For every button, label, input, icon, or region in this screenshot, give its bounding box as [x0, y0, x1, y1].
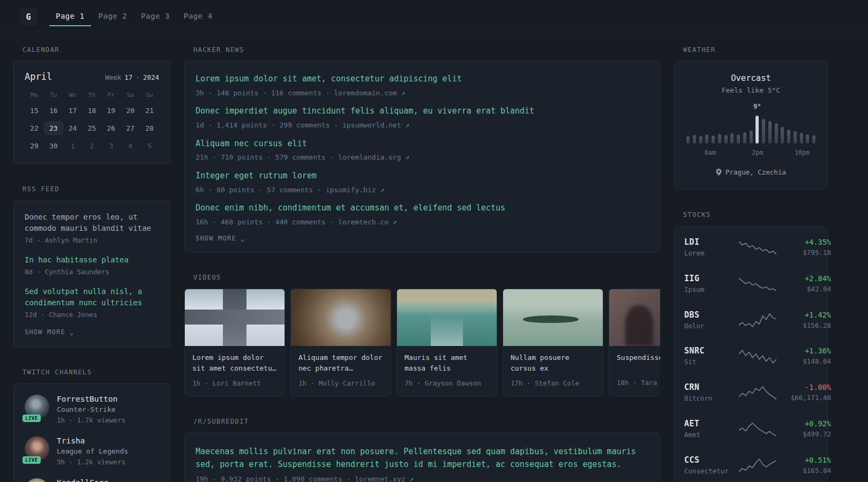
page-tab[interactable]: Page 3: [134, 7, 176, 26]
twitch-channel[interactable]: KendallCarr: [25, 478, 159, 482]
stock-name: Amet: [684, 430, 734, 440]
hackernews-item-meta: 3h · 148 points · 116 comments · loremdo…: [196, 88, 649, 99]
video-card[interactable]: Suspendisse diam 18h · Tara: [609, 289, 660, 396]
app-logo: G: [19, 8, 38, 26]
stock-row[interactable]: CRN Bitcorn -1.00% $66,171.48: [684, 375, 818, 411]
weather-bar: [775, 123, 778, 144]
video-body: Aliquam tempor dolor nec pharetra… 1h · …: [291, 346, 391, 396]
day-of-week-label: Tu: [44, 92, 63, 99]
dashboard: CALENDAR April Week 17 · 2024 MoTuWeThFr…: [0, 34, 868, 482]
subreddit-item-title[interactable]: Maecenas mollis pulvinar erat non posuer…: [196, 445, 649, 471]
page-tab[interactable]: Page 2: [92, 7, 134, 26]
hackernews-item-title[interactable]: Donec imperdiet augue tincidunt felis al…: [196, 106, 649, 117]
calendar-day: 1: [63, 139, 83, 153]
stock-price: $795.18: [782, 248, 831, 258]
hackernews-section-title: HACKER NEWS: [193, 46, 660, 54]
stock-row[interactable]: LDI Lorem +4.35% $795.18: [684, 230, 818, 266]
weather-bars: [685, 114, 817, 144]
twitch-card: LIVE ForrestButton Counter-Strike 1h · 1…: [13, 383, 170, 482]
domain-link[interactable]: loremtech.co ↗: [338, 218, 397, 226]
video-thumbnail: [503, 289, 603, 346]
stock-sparkline: [739, 313, 776, 328]
video-title: Suspendisse diam: [617, 352, 660, 374]
domain-text: loremtech.co: [338, 218, 388, 226]
hackernews-item-title[interactable]: Lorem ipsum dolor sit amet, consectetur …: [196, 73, 649, 85]
rss-show-more-button[interactable]: SHOW MORE ⌄: [25, 328, 74, 336]
twitch-channel[interactable]: LIVE Trisha League of Legends 3h · 1.2k …: [25, 436, 159, 468]
hackernews-widget: HACKER NEWS Lorem ipsum dolor sit amet, …: [184, 46, 660, 252]
calendar-day: 2: [83, 139, 102, 153]
hackernews-item-title[interactable]: Integer eget rutrum lorem: [196, 170, 649, 182]
video-body: Lorem ipsum dolor sit amet consectetu… 1…: [185, 346, 285, 396]
weather-bar: [712, 135, 715, 144]
twitch-channel[interactable]: LIVE ForrestButton Counter-Strike 1h · 1…: [25, 395, 159, 426]
stock-change: +1.42%: [782, 311, 831, 319]
calendar-day: 30: [44, 139, 63, 153]
videos-row: Lorem ipsum dolor sit amet consectetu… 1…: [184, 289, 660, 396]
stock-symbol: LDI: [684, 237, 734, 247]
rss-item-title[interactable]: In hac habitasse platea: [25, 254, 159, 266]
stock-name: Lorem: [684, 248, 734, 259]
chevron-down-icon: ⌄: [241, 235, 245, 242]
video-card[interactable]: Mauris sit amet massa felis 7h · Grayson…: [396, 289, 497, 396]
video-thumbnail: [291, 289, 391, 346]
day-of-week-label: Sa: [121, 92, 140, 99]
weather-time-label: 2pm: [752, 149, 763, 156]
page-tab[interactable]: Page 1: [49, 7, 91, 26]
weather-time-label: 10pm: [795, 149, 810, 156]
video-body: Mauris sit amet massa felis 7h · Grayson…: [397, 346, 497, 396]
video-card[interactable]: Lorem ipsum dolor sit amet consectetu… 1…: [184, 289, 285, 396]
calendar-day: 23: [44, 122, 63, 135]
weather-condition: Overcast: [685, 73, 817, 83]
calendar-day: 27: [121, 122, 140, 135]
domain-link[interactable]: ipsumify.biz ↗: [326, 186, 385, 194]
live-badge: LIVE: [23, 415, 41, 422]
stock-change: -1.00%: [782, 383, 831, 391]
channel-avatar: LIVE: [25, 436, 49, 461]
stock-id: CRN Bitcorn: [684, 382, 734, 404]
domain-link[interactable]: loremdomain.com ↗: [334, 89, 405, 97]
external-link-icon: ↗: [405, 121, 409, 129]
weather-bar: [787, 130, 790, 144]
stock-sparkline: [739, 277, 776, 292]
rss-section-title: RSS FEED: [23, 185, 170, 193]
video-card[interactable]: Aliquam tempor dolor nec pharetra… 1h · …: [290, 289, 391, 396]
hackernews-item-title[interactable]: Donec enim nibh, condimentum et accumsan…: [196, 202, 649, 214]
hackernews-item-title[interactable]: Aliquam nec cursus elit: [196, 138, 649, 150]
rss-item-title[interactable]: Sed volutpat nulla nisl, a condimentum n…: [25, 286, 159, 308]
channel-name: ForrestButton: [57, 395, 125, 403]
stock-row[interactable]: DBS Dolor +1.42% $156.28: [684, 303, 818, 339]
stock-values: -1.00% $66,171.48: [782, 383, 831, 403]
domain-link[interactable]: ipsumworld.net ↗: [342, 121, 409, 129]
calendar-day: 16: [44, 104, 63, 117]
stock-row[interactable]: CCS Consectetur +0.51% $165.84: [684, 448, 818, 482]
weather-bar: [800, 133, 803, 144]
location-text: Prague, Czechia: [725, 168, 786, 176]
stock-sparkline: [739, 458, 776, 473]
stock-row[interactable]: IIG Ipsum +2.84% $42.04: [684, 266, 818, 303]
subreddit-item: Maecenas mollis pulvinar erat non posuer…: [196, 445, 649, 482]
video-card[interactable]: Nullam posuere cursus ex 17h · Stefan Co…: [503, 289, 603, 396]
page-tab[interactable]: Page 4: [177, 7, 219, 26]
video-title: Aliquam tempor dolor nec pharetra…: [298, 352, 383, 374]
rss-card: Donec tempor eros leo, ut commodo mauris…: [13, 200, 170, 347]
page-tabs: Page 1Page 2Page 3Page 4: [49, 0, 219, 34]
weather-bar: [781, 127, 784, 144]
rss-item: Sed volutpat nulla nisl, a condimentum n…: [25, 286, 159, 320]
domain-link[interactable]: loremlandia.org ↗: [338, 153, 409, 161]
meta-text: 16h · 468 points · 440 comments ·: [196, 218, 338, 226]
calendar-day: 20: [121, 104, 140, 117]
video-title: Lorem ipsum dolor sit amet consectetu…: [192, 352, 277, 374]
domain-link[interactable]: loremnet.xyz ↗: [355, 475, 414, 482]
hackernews-show-more-button[interactable]: SHOW MORE ⌄: [196, 235, 245, 242]
stock-row[interactable]: AET Amet +0.92% $499.72: [684, 411, 818, 448]
stock-id: SNRC Sit: [684, 346, 734, 367]
stock-sparkline: [739, 240, 776, 255]
domain-text: ipsumify.biz: [326, 186, 376, 194]
weather-peak-label: 9°: [753, 103, 761, 110]
live-badge: LIVE: [23, 456, 41, 464]
stock-symbol: IIG: [684, 274, 734, 283]
rss-item-title[interactable]: Donec tempor eros leo, ut commodo mauris…: [25, 212, 159, 234]
subreddit-card: Maecenas mollis pulvinar erat non posuer…: [184, 433, 660, 482]
stock-row[interactable]: SNRC Sit +1.36% $148.64: [684, 338, 818, 375]
